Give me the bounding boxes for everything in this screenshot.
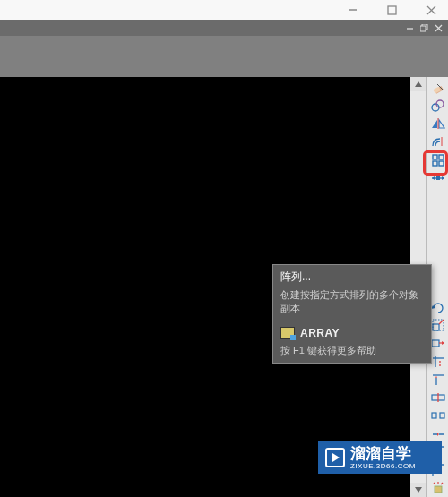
join-tool[interactable] xyxy=(428,425,448,442)
offset-icon xyxy=(430,133,446,150)
trim-icon xyxy=(430,354,446,370)
app-window-controls xyxy=(0,20,448,36)
svg-marker-16 xyxy=(432,120,437,128)
svg-rect-6 xyxy=(420,26,426,31)
ribbon-area xyxy=(0,36,448,77)
erase-icon xyxy=(430,80,446,96)
svg-marker-10 xyxy=(415,487,422,493)
break-tool[interactable] xyxy=(428,407,448,424)
stretch-icon xyxy=(430,335,446,351)
copy-tool[interactable] xyxy=(428,97,448,114)
offset-tool[interactable] xyxy=(428,133,448,150)
scroll-up-button[interactable] xyxy=(410,77,426,91)
svg-rect-23 xyxy=(439,161,444,166)
app-restore-button[interactable] xyxy=(418,21,430,34)
svg-line-31 xyxy=(439,320,444,324)
tooltip: 阵列... 创建按指定方式排列的多个对象副本 ARRAY 按 F1 键获得更多帮… xyxy=(272,264,432,364)
svg-marker-47 xyxy=(437,433,439,436)
mirror-icon xyxy=(430,116,446,132)
workspace: 阵列... 创建按指定方式排列的多个对象副本 ARRAY 按 F1 键获得更多帮… xyxy=(0,77,448,497)
break-point-tool[interactable] xyxy=(428,389,448,406)
svg-rect-48 xyxy=(435,486,442,493)
svg-marker-34 xyxy=(442,341,444,345)
break-icon xyxy=(430,407,446,424)
erase-tool[interactable] xyxy=(428,79,448,96)
watermark: 溜溜自学 ZIXUE.3D66.COM xyxy=(318,441,442,474)
extend-icon xyxy=(430,372,446,388)
svg-line-51 xyxy=(441,483,443,484)
array-icon xyxy=(430,152,446,168)
explode-icon xyxy=(430,480,446,496)
tooltip-description: 创建按指定方式排列的多个对象副本 xyxy=(273,287,431,321)
mirror-tool[interactable] xyxy=(428,116,448,133)
move-icon xyxy=(430,170,446,186)
array-tool[interactable] xyxy=(428,151,448,168)
svg-rect-29 xyxy=(433,324,439,330)
svg-rect-27 xyxy=(436,176,440,180)
app-close-button[interactable] xyxy=(432,21,444,34)
explode-tool[interactable] xyxy=(428,480,448,497)
tooltip-title: 阵列... xyxy=(273,265,431,287)
tooltip-command: ARRAY xyxy=(300,327,340,339)
os-titlebar xyxy=(0,0,448,20)
os-maximize-button[interactable] xyxy=(378,2,405,18)
svg-marker-17 xyxy=(439,120,444,128)
app-minimize-button[interactable] xyxy=(403,21,416,34)
play-icon xyxy=(325,448,345,467)
svg-rect-43 xyxy=(432,413,436,418)
os-minimize-button[interactable] xyxy=(339,2,366,18)
svg-marker-25 xyxy=(432,176,435,180)
svg-rect-21 xyxy=(439,155,444,159)
rotate-icon xyxy=(430,299,446,315)
command-icon xyxy=(280,327,295,339)
tooltip-command-row: ARRAY xyxy=(273,321,431,342)
watermark-brand: 溜溜自学 xyxy=(350,446,416,461)
extend-tool[interactable] xyxy=(428,371,448,388)
move-tool[interactable] xyxy=(428,169,448,186)
svg-marker-26 xyxy=(442,176,444,180)
svg-rect-32 xyxy=(432,340,439,347)
tooltip-help: 按 F1 键获得更多帮助 xyxy=(273,342,431,363)
join-icon xyxy=(430,426,446,442)
break-point-icon xyxy=(430,390,446,406)
svg-rect-22 xyxy=(433,161,437,166)
svg-line-50 xyxy=(434,483,435,484)
watermark-url: ZIXUE.3D66.COM xyxy=(350,463,416,470)
scale-icon xyxy=(430,317,446,333)
svg-rect-44 xyxy=(440,413,444,418)
os-close-button[interactable] xyxy=(418,2,444,18)
svg-marker-9 xyxy=(415,81,422,87)
copy-icon xyxy=(430,98,446,114)
svg-rect-20 xyxy=(433,155,437,159)
svg-rect-1 xyxy=(388,6,396,14)
scroll-down-button[interactable] xyxy=(410,483,426,497)
